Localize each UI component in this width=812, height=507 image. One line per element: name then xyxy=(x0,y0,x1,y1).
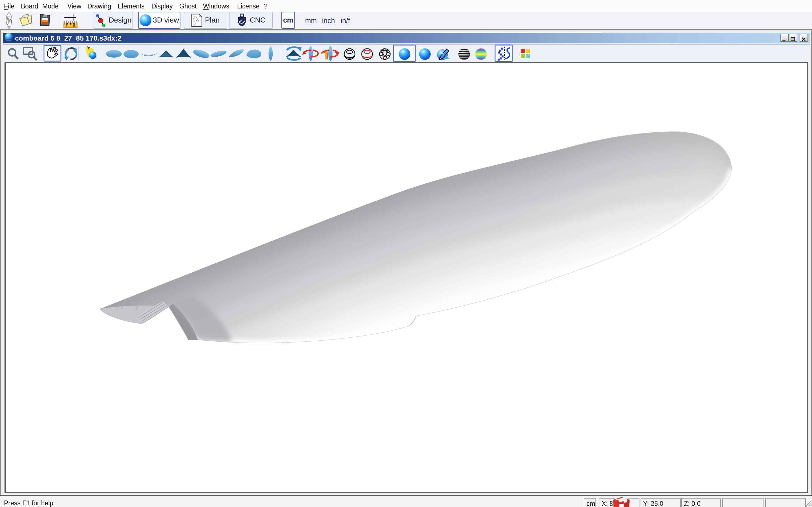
svg-text:0: 0 xyxy=(73,24,75,27)
svg-text:1: 1 xyxy=(66,24,67,27)
